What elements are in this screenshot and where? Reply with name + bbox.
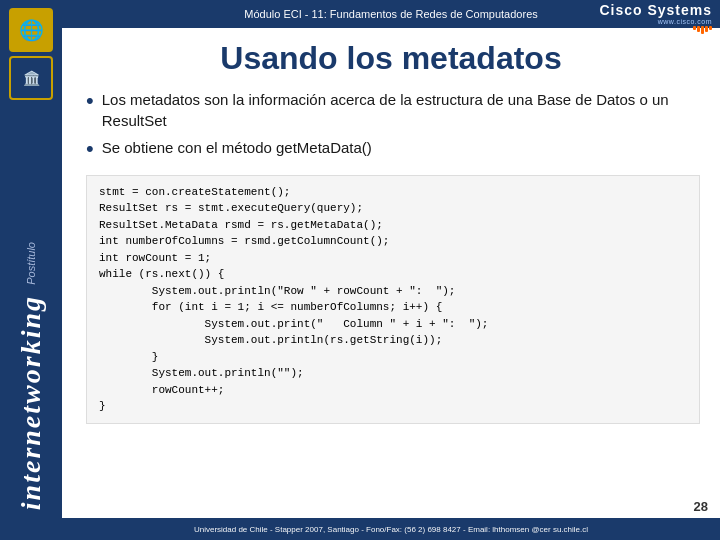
cisco-name: Cisco Systems — [599, 2, 712, 18]
bullet-dot-2: • — [86, 134, 94, 165]
sidebar-vertical-text: internetworking — [17, 295, 45, 510]
cisco-lines — [693, 26, 712, 34]
slide-content: • Los metadatos son la información acerc… — [62, 85, 720, 518]
sidebar-postítulo-label: Postítulo — [25, 242, 37, 285]
cisco-line-1 — [693, 26, 696, 30]
cisco-line-3 — [701, 26, 704, 34]
top-bar: Módulo ECI - 11: Fundamentos de Redes de… — [62, 0, 720, 28]
logo-bottom: 🏛️ — [9, 56, 53, 100]
logo-top: 🌐 — [9, 8, 53, 52]
bullet-text-1: Los metadatos son la información acerca … — [102, 89, 700, 131]
main-content: Módulo ECI - 11: Fundamentos de Redes de… — [62, 0, 720, 540]
sidebar-logos: 🌐 🏛️ — [0, 8, 62, 100]
sidebar: 🌐 🏛️ Postítulo internetworking — [0, 0, 62, 540]
slide-title: Usando los metadatos — [62, 28, 720, 85]
logo-icon-top: 🌐 — [19, 18, 44, 42]
cisco-subtitle: www.cisco.com — [658, 18, 712, 25]
module-title: Módulo ECI - 11: Fundamentos de Redes de… — [244, 8, 538, 20]
code-block: stmt = con.createStatement(); ResultSet … — [86, 175, 700, 424]
cisco-line-5 — [709, 26, 712, 30]
footer-text: Universidad de Chile - Stapper 2007, San… — [194, 525, 588, 534]
cisco-logo: Cisco Systems www.cisco.com — [599, 2, 712, 34]
cisco-line-2 — [697, 26, 700, 32]
bullet-text-2: Se obtiene con el método getMetaData() — [102, 137, 372, 158]
bottom-bar: Universidad de Chile - Stapper 2007, San… — [62, 518, 720, 540]
bullet-item-2: • Se obtiene con el método getMetaData() — [86, 137, 700, 165]
cisco-line-4 — [705, 26, 708, 32]
logo-icon-bottom: 🏛️ — [23, 70, 40, 86]
page-number: 28 — [694, 499, 708, 514]
bullet-item-1: • Los metadatos son la información acerc… — [86, 89, 700, 131]
bullet-dot-1: • — [86, 86, 94, 117]
bullet-list: • Los metadatos son la información acerc… — [86, 89, 700, 165]
